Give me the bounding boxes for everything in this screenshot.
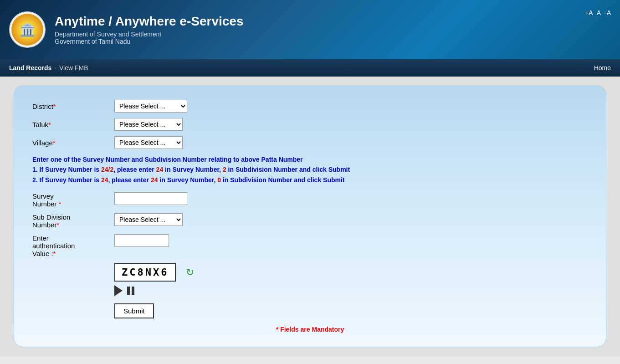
home-link[interactable]: Home <box>594 64 611 72</box>
submit-section: Submit <box>114 296 588 318</box>
survey-required: * <box>59 200 61 208</box>
survey-number-row: SurveyNumber * <box>32 192 588 208</box>
dept-name: Department of Survey and Settlement <box>55 31 243 38</box>
mandatory-note: * Fields are Mandatory <box>32 326 588 333</box>
nav-separator: - <box>54 64 56 72</box>
captcha-play-button[interactable] <box>114 285 123 296</box>
font-decrease[interactable]: -A <box>605 9 611 16</box>
nav-section: Land Records <box>9 64 51 72</box>
submit-button[interactable]: Submit <box>114 303 154 318</box>
form-card: District* Please Select ... Taluk* Pleas… <box>14 86 606 347</box>
captcha-pause-button[interactable] <box>127 287 134 295</box>
subdivision-row: Sub DivisionNumber* Please Select ... <box>32 213 588 229</box>
taluk-label: Taluk* <box>32 121 114 128</box>
logo: 🏛️ <box>9 11 46 48</box>
survey-number-input[interactable] <box>114 192 187 205</box>
breadcrumb: Land Records - View FMB <box>9 64 88 72</box>
subdivision-select[interactable]: Please Select ... <box>114 213 183 226</box>
village-required: * <box>53 139 56 147</box>
district-select[interactable]: Please Select ... <box>114 100 187 113</box>
navbar: Land Records - View FMB Home <box>0 59 620 77</box>
site-title: Anytime / Anywhere e-Services <box>55 14 243 29</box>
captcha-display: ZC8NX6 <box>114 263 176 282</box>
main-content: District* Please Select ... Taluk* Pleas… <box>0 77 620 356</box>
auth-required: * <box>53 250 56 257</box>
district-label: District* <box>32 103 114 110</box>
captcha-section: ZC8NX6 ↻ <box>114 263 588 296</box>
govt-name: Government of Tamil Nadu <box>55 38 243 45</box>
header: 🏛️ Anytime / Anywhere e-Services Departm… <box>0 0 620 59</box>
taluk-row: Taluk* Please Select ... <box>32 118 588 131</box>
taluk-required: * <box>48 121 51 128</box>
subdivision-required: * <box>56 221 59 229</box>
auth-row: EnterauthenticationValue :* <box>32 234 588 257</box>
taluk-select[interactable]: Please Select ... <box>114 118 183 131</box>
nav-page: View FMB <box>59 64 88 72</box>
pause-bar-right <box>132 287 134 295</box>
village-select[interactable]: Please Select ... <box>114 136 183 149</box>
captcha-controls <box>114 285 588 296</box>
font-controls: +A A -A <box>585 9 611 16</box>
village-row: Village* Please Select ... <box>32 136 588 149</box>
district-required: * <box>53 103 56 110</box>
instruction-line-3: 2. If Survey Number is 24, please enter … <box>32 175 588 185</box>
captcha-refresh-icon[interactable]: ↻ <box>186 267 194 278</box>
instruction-line-2: 1. If Survey Number is 24/2, please ente… <box>32 164 588 174</box>
instruction-line-1: Enter one of the Survey Number and Subdi… <box>32 154 588 164</box>
font-normal[interactable]: A <box>597 9 601 16</box>
auth-input[interactable] <box>114 234 169 247</box>
header-text: Anytime / Anywhere e-Services Department… <box>55 14 243 45</box>
survey-number-label: SurveyNumber * <box>32 192 114 208</box>
subdivision-label: Sub DivisionNumber* <box>32 213 114 229</box>
village-label: Village* <box>32 139 114 147</box>
auth-label: EnterauthenticationValue :* <box>32 234 114 257</box>
font-increase[interactable]: +A <box>585 9 593 16</box>
logo-emblem: 🏛️ <box>11 14 43 46</box>
pause-bar-left <box>127 287 130 295</box>
district-row: District* Please Select ... <box>32 100 588 113</box>
instructions-block: Enter one of the Survey Number and Subdi… <box>32 154 588 185</box>
